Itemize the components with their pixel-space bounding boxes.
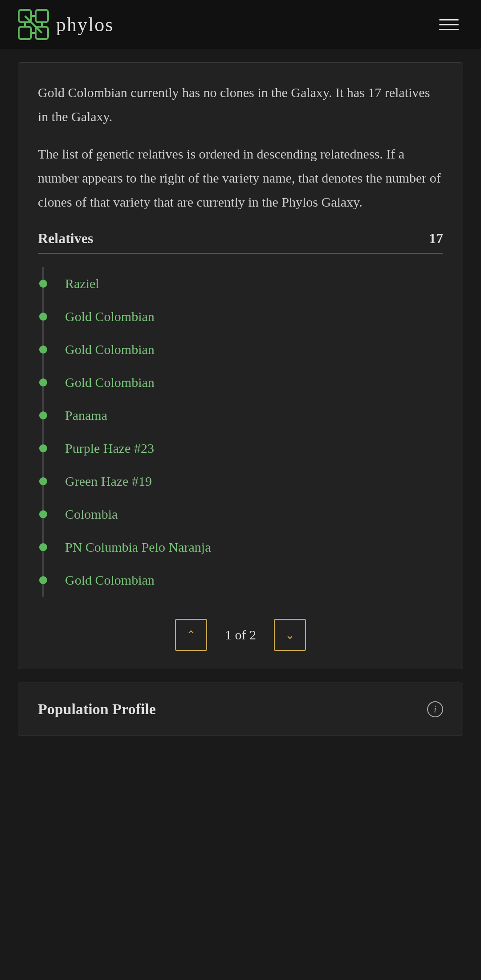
hamburger-menu[interactable] [435, 15, 463, 35]
list-item: Purple Haze #23 [44, 432, 443, 465]
list-item: Green Haze #19 [44, 465, 443, 498]
bullet-icon [39, 543, 47, 551]
relative-link[interactable]: PN Columbia Pelo Naranja [53, 540, 211, 555]
relatives-panel: Gold Colombian currently has no clones i… [18, 62, 463, 669]
relative-link[interactable]: Purple Haze #23 [53, 441, 154, 456]
relative-link[interactable]: Gold Colombian [53, 309, 155, 324]
relative-link[interactable]: Green Haze #19 [53, 474, 152, 489]
hamburger-line-1 [439, 19, 459, 20]
svg-rect-1 [36, 10, 48, 22]
logo-container: phylos [18, 9, 114, 40]
pagination: ⌃ 1 of 2 ⌄ [38, 614, 443, 651]
bullet-icon [39, 280, 47, 288]
pagination-next-button[interactable]: ⌄ [274, 619, 306, 651]
population-info-icon[interactable]: i [427, 701, 443, 717]
relative-link[interactable]: Colombia [53, 507, 118, 522]
info-text-block: Gold Colombian currently has no clones i… [38, 81, 443, 214]
phylos-logo-icon [18, 9, 49, 40]
relatives-count: 17 [429, 230, 443, 247]
pagination-prev-button[interactable]: ⌃ [175, 619, 207, 651]
relative-link[interactable]: Gold Colombian [53, 573, 155, 588]
info-paragraph-2: The list of genetic relatives is ordered… [38, 142, 443, 214]
relatives-label: Relatives [38, 230, 93, 247]
population-panel: Population Profile i [18, 683, 463, 736]
population-header: Population Profile i [38, 701, 443, 718]
list-item: Gold Colombian [44, 366, 443, 399]
relative-link[interactable]: Gold Colombian [53, 342, 155, 357]
relatives-header: Relatives 17 [38, 230, 443, 254]
list-item: Gold Colombian [44, 300, 443, 333]
header: phylos [0, 0, 481, 49]
relative-link[interactable]: Panama [53, 408, 107, 423]
hamburger-line-3 [439, 29, 459, 30]
bullet-icon [39, 346, 47, 354]
list-item: Raziel [44, 267, 443, 300]
svg-rect-2 [19, 27, 31, 39]
relative-link[interactable]: Gold Colombian [53, 375, 155, 390]
list-item: PN Columbia Pelo Naranja [44, 531, 443, 564]
hamburger-line-2 [439, 24, 459, 25]
pagination-page-info: 1 of 2 [225, 627, 256, 642]
main-content: Gold Colombian currently has no clones i… [0, 49, 481, 749]
bullet-icon [39, 411, 47, 419]
info-icon-label: i [434, 703, 436, 715]
list-item: Gold Colombian [44, 564, 443, 597]
bullet-icon [39, 444, 47, 452]
bullet-icon [39, 313, 47, 321]
list-item: Colombia [44, 498, 443, 531]
relatives-list: RazielGold ColombianGold ColombianGold C… [42, 267, 443, 597]
list-item: Panama [44, 399, 443, 432]
population-title: Population Profile [38, 701, 156, 718]
svg-line-8 [25, 16, 42, 33]
bullet-icon [39, 510, 47, 518]
bullet-icon [39, 477, 47, 485]
list-item: Gold Colombian [44, 333, 443, 366]
logo-text: phylos [56, 13, 114, 36]
bullet-icon [39, 378, 47, 386]
info-paragraph-1: Gold Colombian currently has no clones i… [38, 81, 443, 129]
bullet-icon [39, 576, 47, 584]
relative-link[interactable]: Raziel [53, 276, 99, 291]
